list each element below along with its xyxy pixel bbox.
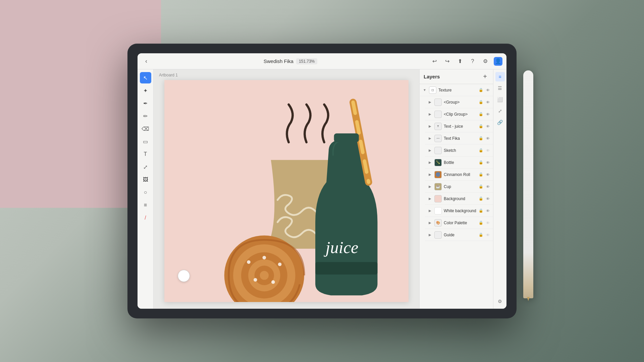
help-button[interactable]: ? (468, 57, 477, 66)
properties-panel-icon[interactable]: ☰ (495, 83, 505, 93)
settings-panel-icon[interactable]: ⚙ (495, 297, 505, 306)
eye-icon-white-background[interactable]: 👁 (485, 208, 490, 214)
layer-thumb-color-palette: 🎨 (434, 219, 442, 227)
account-button[interactable]: 👤 (494, 57, 502, 66)
layer-sketch[interactable]: ▶ Sketch 🔒 👁 (425, 144, 493, 157)
layer-cinnamon-roll[interactable]: ▶ 🌀 Cinnamon Roll 🔒 👁 (425, 169, 493, 181)
add-layer-button[interactable]: + (481, 73, 489, 81)
lock-icon-color-palette[interactable]: 🔒 (478, 220, 484, 226)
eye-icon-cinnamon-roll[interactable]: 👁 (485, 172, 490, 177)
lock-icon-cup[interactable]: 🔒 (478, 184, 484, 189)
canvas-circle-button[interactable] (178, 270, 190, 282)
layer-white-background[interactable]: ▶ White background 🔒 👁 (425, 205, 493, 217)
eye-icon-texture[interactable]: 👁 (485, 87, 490, 93)
rectangle-tool[interactable]: ▭ (140, 136, 151, 147)
eye-icon-background[interactable]: 👁 (485, 196, 490, 201)
layers-panel-icon[interactable]: ≡ (495, 72, 505, 81)
lock-icon-clipgroup[interactable]: 🔒 (478, 112, 484, 117)
svg-text:juice: juice (324, 238, 359, 257)
chevron-bottle[interactable]: ▶ (428, 160, 432, 165)
layer-name-texture: Texture (438, 88, 476, 93)
layer-cup[interactable]: ▶ ☕ Cup 🔒 👁 (425, 181, 493, 193)
transform-panel-icon[interactable]: ⤢ (495, 106, 505, 116)
chevron-cinnamon-roll[interactable]: ▶ (428, 172, 432, 177)
settings-button[interactable]: ⚙ (481, 57, 490, 66)
chevron-color-palette[interactable]: ▶ (428, 221, 432, 225)
layer-text-juice[interactable]: ▶ T Text - juice 🔒 👁 (425, 120, 493, 132)
chevron-clipgroup[interactable]: ▶ (428, 112, 432, 117)
lock-icon-white-background[interactable]: 🔒 (478, 208, 484, 214)
layer-text-fika[interactable]: ▶ ~~ Text Fika 🔒 👁 (425, 132, 493, 144)
artboard: juice (164, 80, 409, 302)
layer-thumb-cinnamon-roll: 🌀 (434, 171, 442, 178)
eye-icon-group[interactable]: 👁 (485, 100, 490, 105)
chevron-group[interactable]: ▶ (428, 100, 432, 105)
layer-thumb-sketch (434, 147, 442, 154)
zoom-level[interactable]: 151.73% (296, 58, 317, 64)
layer-name-group: <Group> (444, 100, 476, 105)
svg-rect-13 (315, 262, 377, 275)
image-tool[interactable]: 🖼 (140, 174, 151, 185)
bg-surface-light (0, 0, 127, 144)
eye-icon-clipgroup[interactable]: 👁 (485, 112, 490, 117)
layer-clipgroup[interactable]: ▶ <Clip Group> 🔒 👁 (425, 108, 493, 120)
text-tool[interactable]: T (140, 148, 151, 160)
lock-icon-texture[interactable]: 🔒 (478, 87, 484, 93)
layer-group[interactable]: ▶ <Group> 🔒 👁 (425, 96, 493, 108)
links-panel-icon[interactable]: 🔗 (495, 118, 505, 127)
transform-tool[interactable]: ⤢ (140, 161, 151, 173)
eye-icon-bottle[interactable]: 👁 (485, 160, 490, 165)
back-button[interactable]: ‹ (142, 57, 151, 66)
direct-select-tool[interactable]: ✦ (140, 85, 151, 96)
eye-icon-guide[interactable]: 👁 (485, 232, 490, 238)
chevron-white-background[interactable]: ▶ (428, 208, 432, 213)
pencil-tool[interactable]: ✏ (140, 110, 151, 122)
apple-pencil (523, 70, 533, 298)
export-panel-icon[interactable]: ⬜ (495, 95, 505, 104)
layer-guide[interactable]: ▶ Guide 🔒 👁 (425, 229, 493, 241)
eye-icon-text-fika[interactable]: 👁 (485, 136, 490, 141)
redo-button[interactable]: ↪ (443, 57, 451, 66)
svg-point-11 (271, 280, 275, 284)
lock-icon-bottle[interactable]: 🔒 (478, 160, 484, 165)
svg-point-9 (278, 262, 282, 266)
layer-thumb-clipgroup (434, 111, 442, 118)
undo-button[interactable]: ↩ (430, 57, 439, 66)
lock-icon-sketch[interactable]: 🔒 (478, 148, 484, 153)
chevron-cup[interactable]: ▶ (428, 184, 432, 189)
layer-thumb-group (434, 99, 442, 106)
chevron-background[interactable]: ▶ (428, 196, 432, 201)
layer-texture[interactable]: ▼ □ Texture 🔒 👁 (420, 84, 493, 96)
layer-name-text-juice: Text - juice (444, 124, 476, 129)
layer-background[interactable]: ▶ Background 🔒 👁 (425, 193, 493, 205)
chevron-texture[interactable]: ▼ (422, 88, 427, 93)
eye-icon-cup[interactable]: 👁 (485, 184, 490, 189)
layer-thumb-text-juice: T (434, 123, 442, 130)
document-title: Swedish Fika (264, 58, 293, 64)
layer-bottle[interactable]: ▶ 🍾 Bottle 🔒 👁 (425, 157, 493, 169)
eye-icon-text-juice[interactable]: 👁 (485, 124, 490, 129)
chevron-text-juice[interactable]: ▶ (428, 124, 432, 129)
lock-icon-group[interactable]: 🔒 (478, 100, 484, 105)
lock-icon-cinnamon-roll[interactable]: 🔒 (478, 172, 484, 177)
align-tool[interactable]: ≡ (140, 199, 151, 211)
chevron-sketch[interactable]: ▶ (428, 148, 432, 153)
color-picker-tool[interactable]: ○ (140, 187, 151, 198)
lock-icon-background[interactable]: 🔒 (478, 196, 484, 201)
chevron-text-fika[interactable]: ▶ (428, 136, 432, 141)
eraser-tool[interactable]: ⌫ (140, 123, 151, 134)
lock-icon-text-fika[interactable]: 🔒 (478, 136, 484, 141)
share-button[interactable]: ⬆ (455, 57, 464, 66)
lock-icon-text-juice[interactable]: 🔒 (478, 124, 484, 129)
layer-icons-bottle: 🔒 👁 (478, 160, 490, 165)
lock-icon-guide[interactable]: 🔒 (478, 232, 484, 238)
eye-icon-color-palette[interactable]: 👁 (485, 220, 490, 226)
select-tool[interactable]: ↖ (140, 72, 151, 83)
layer-icons-cinnamon-roll: 🔒 👁 (478, 172, 490, 177)
chevron-guide[interactable]: ▶ (428, 233, 432, 237)
red-tool[interactable]: / (140, 212, 151, 224)
pen-tool[interactable]: ✒ (140, 98, 151, 109)
canvas-area[interactable]: Artboard 1 (154, 69, 419, 309)
eye-icon-sketch[interactable]: 👁 (485, 148, 490, 153)
layer-color-palette[interactable]: ▶ 🎨 Color Palette 🔒 👁 (425, 217, 493, 229)
